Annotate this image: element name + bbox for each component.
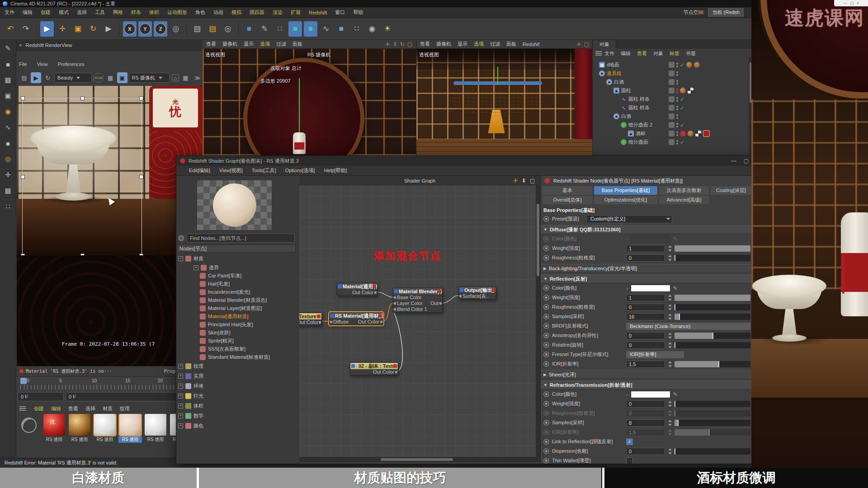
node-item[interactable]: Principled Hair[头发] (178, 320, 296, 328)
node-category[interactable]: +环境 (178, 381, 296, 391)
shader-graph-tab[interactable]: Shader Graph (404, 178, 435, 183)
maximize-view-icon[interactable]: ▢ (584, 41, 589, 47)
keyframe-radio[interactable] (543, 285, 549, 291)
menu-tracker[interactable]: 跟踪器 (250, 9, 264, 16)
grid-overlay-icon[interactable]: ▦ (180, 72, 191, 83)
live-selection-tool[interactable]: ▶ (40, 21, 54, 37)
keyframe-radio[interactable] (543, 295, 549, 300)
object-row[interactable]: ∿圆柱 样条 ✓ (593, 95, 753, 103)
diffuse-weight-slider[interactable] (675, 245, 750, 252)
render-to-picture-viewer-button[interactable]: ▤ (206, 21, 219, 37)
mograph-cloner-button[interactable]: ∷ (273, 21, 287, 37)
node-item[interactable]: Hair[毛发] (178, 280, 296, 288)
thin-walled-checkbox[interactable] (626, 457, 633, 464)
obj-menu-edit[interactable]: 编辑 (621, 50, 631, 57)
redo-button[interactable]: ↷ (19, 21, 33, 37)
anisotropy-field[interactable]: 0 (626, 332, 665, 339)
generators-button[interactable]: ■ (304, 21, 317, 37)
polygons-mode-icon[interactable]: ■ (2, 137, 14, 149)
menu-redshift[interactable]: Redshift (309, 10, 327, 15)
workplane-mode-icon[interactable]: ▣ (2, 90, 14, 102)
vp-menu-redshift[interactable]: Redshif (523, 42, 539, 47)
object-row[interactable]: ▦d地面 ✓ (593, 61, 753, 69)
menu-simulate[interactable]: 模拟 (231, 9, 241, 16)
keyframe-radio[interactable] (543, 216, 549, 222)
material-swatch[interactable]: RS 通用 (144, 414, 167, 446)
tab-objects[interactable]: 对象 (593, 40, 616, 49)
node-output[interactable]: Output[输出] Surface[表.. (458, 286, 496, 300)
diffuse-roughness-field[interactable]: 0 (626, 254, 665, 262)
material-swatch[interactable]: RS 通用 (42, 414, 66, 446)
node-item[interactable]: Material Blender[材质混合] (178, 296, 296, 304)
keyframe-radio[interactable] (543, 304, 549, 310)
spline-button[interactable]: ∿ (319, 21, 333, 37)
vp-menu-panel[interactable]: 面板 (506, 41, 516, 47)
region-render-icon[interactable]: ▣ (117, 72, 127, 83)
section-diffuse[interactable]: ▼Diffuse[漫射 QQ群:313121060] (541, 225, 753, 234)
node-item-selected[interactable]: Material[通用材质] (178, 312, 296, 320)
reflection-roughness-slider[interactable] (675, 304, 750, 310)
pen-tool-button[interactable]: ✎ (258, 21, 271, 37)
clear-search-icon[interactable]: × (178, 235, 184, 241)
mirror-icon[interactable]: ∷ (2, 201, 14, 212)
find-nodes-input[interactable]: Find Nodes...[查找节点...] (187, 234, 295, 243)
rotate-tool[interactable]: ↻ (86, 21, 100, 37)
edges-mode-icon[interactable]: ∿ (2, 122, 14, 133)
add-cube-button[interactable]: ■ (242, 21, 256, 37)
model-mode-icon[interactable]: ■ (2, 58, 14, 70)
object-row[interactable]: ●白酒 (593, 78, 753, 86)
obj-menu-bookmarks[interactable]: 书签 (686, 50, 696, 57)
keyframe-radio[interactable] (543, 448, 549, 454)
reflection-roughness-field[interactable]: 0 (626, 304, 665, 311)
mat-menu-select[interactable]: 选择 (85, 405, 95, 412)
keyframe-radio[interactable] (543, 439, 549, 445)
node-category[interactable]: +灯光 (178, 391, 296, 401)
rotation-slider[interactable] (675, 342, 750, 348)
object-row[interactable]: ∿圆柱 样条 ✓ (593, 103, 753, 112)
camera-button[interactable]: ◉ (365, 21, 379, 37)
menu-extensions[interactable]: 扩展 (291, 9, 301, 16)
node-category[interactable]: +纹理 (178, 361, 296, 371)
node-space-selector[interactable]: 当前 (Redsh (708, 8, 744, 17)
eyedropper-icon[interactable]: ✎ (673, 285, 678, 291)
reflection-samples-field[interactable]: 16 (626, 313, 665, 320)
material-swatch-selected[interactable]: RS 通用 (118, 414, 142, 446)
keyframe-radio[interactable] (543, 420, 549, 426)
import-node-icon[interactable]: ⬇ (522, 178, 526, 184)
timeline-ruler[interactable]: 0 5 10 15 20 25 (17, 376, 202, 392)
section-backlighting[interactable]: ▶Back-lighting/Translucency[背光/半透明] (541, 264, 753, 273)
fields-button[interactable]: ∷ (350, 21, 363, 37)
graph-vscrollbar[interactable] (536, 186, 540, 457)
ior-field[interactable]: 1.5 (626, 361, 665, 368)
menu-file[interactable]: 文件 (5, 9, 14, 16)
vp-menu-display[interactable]: 显示 (244, 41, 254, 47)
eyedropper-icon[interactable]: ✎ (673, 391, 678, 398)
menu-select[interactable]: 选择 (77, 9, 87, 16)
keyframe-radio[interactable] (543, 352, 549, 357)
object-row[interactable]: ▲酒标 (593, 129, 753, 138)
renderview-menu-view[interactable]: View (37, 61, 48, 67)
reflection-weight-slider[interactable] (675, 295, 750, 301)
object-row[interactable]: ▲圆柱 (593, 86, 753, 95)
viewport2-label[interactable]: 透视视图 (419, 52, 439, 58)
menu-volume[interactable]: 体积 (149, 9, 159, 16)
object-row[interactable]: ◦细分曲面 2 ✓ (593, 121, 753, 129)
keyframe-radio[interactable] (543, 458, 549, 464)
last-tool-button[interactable]: ▶ (102, 21, 115, 37)
subdivision-surface-button[interactable]: ■ (288, 21, 302, 37)
mat-menu-edit[interactable]: 编辑 (51, 405, 61, 412)
zoom-view-icon[interactable]: ⇕ (393, 41, 397, 47)
node-item[interactable]: +遗弃 (178, 263, 296, 272)
node-category[interactable]: +体积 (178, 401, 296, 411)
dispersion-slider[interactable] (675, 448, 750, 455)
keyframe-radio[interactable] (543, 314, 549, 319)
node-item[interactable]: Car Paint[车漆] (178, 272, 296, 280)
reflection-color-swatch[interactable] (631, 285, 670, 292)
menu-create[interactable]: 创建 (41, 9, 51, 16)
maximize-icon[interactable]: ▢ (744, 158, 749, 164)
keyframe-radio[interactable] (543, 333, 549, 338)
vp-menu-camera[interactable]: 摄像机 (436, 41, 451, 47)
light-button[interactable]: ☀ (381, 21, 394, 37)
obj-menu-objects[interactable]: 对象 (653, 50, 663, 57)
shader-menu-tools[interactable]: Tools[工具] (252, 167, 276, 174)
